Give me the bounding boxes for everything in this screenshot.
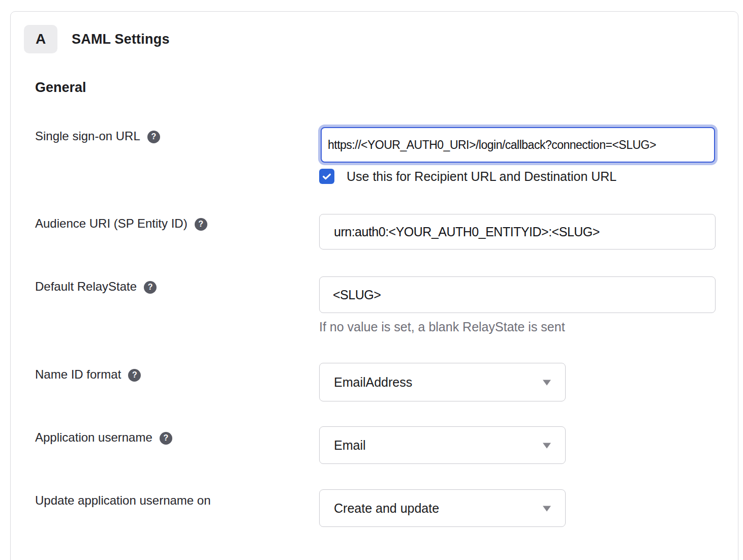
application-username-label-row: Application username ?: [35, 430, 172, 445]
help-icon[interactable]: ?: [160, 432, 172, 445]
name-id-format-value: EmailAddress: [334, 375, 412, 390]
help-icon[interactable]: ?: [147, 131, 160, 143]
name-id-format-label-row: Name ID format ?: [35, 367, 141, 382]
card-header: A SAML Settings: [24, 25, 170, 53]
audience-uri-label: Audience URI (SP Entity ID): [35, 216, 188, 231]
recipient-checkbox-label: Use this for Recipient URL and Destinati…: [347, 169, 616, 184]
chevron-down-icon: [543, 506, 551, 512]
section-heading-general: General: [35, 80, 86, 96]
help-icon[interactable]: ?: [144, 281, 157, 294]
relaystate-label: Default RelayState: [35, 279, 137, 294]
recipient-checkbox-row: Use this for Recipient URL and Destinati…: [319, 169, 616, 184]
name-id-format-label: Name ID format: [35, 367, 121, 382]
update-username-value: Create and update: [334, 501, 439, 516]
help-icon[interactable]: ?: [195, 218, 207, 231]
update-username-label-row: Update application username on: [35, 493, 211, 508]
audience-uri-label-row: Audience URI (SP Entity ID) ?: [35, 216, 207, 231]
recipient-checkbox[interactable]: [319, 169, 334, 184]
chevron-down-icon: [543, 380, 551, 386]
relaystate-helper-text: If no value is set, a blank RelayState i…: [319, 320, 565, 334]
help-icon[interactable]: ?: [128, 369, 141, 382]
application-username-value: Email: [334, 438, 366, 453]
sso-url-label-row: Single sign-on URL ?: [35, 129, 160, 143]
audience-uri-input[interactable]: [319, 214, 716, 250]
page-title: SAML Settings: [72, 32, 170, 47]
relaystate-input[interactable]: [319, 276, 716, 313]
sso-url-label: Single sign-on URL: [35, 129, 140, 143]
update-username-label: Update application username on: [35, 493, 211, 508]
application-username-select[interactable]: Email: [319, 426, 566, 464]
update-username-select[interactable]: Create and update: [319, 489, 566, 527]
step-badge: A: [24, 25, 57, 53]
name-id-format-select[interactable]: EmailAddress: [319, 363, 566, 401]
chevron-down-icon: [543, 443, 551, 449]
sso-url-input[interactable]: [321, 127, 715, 163]
checkmark-icon: [321, 171, 332, 182]
relaystate-label-row: Default RelayState ?: [35, 279, 157, 294]
application-username-label: Application username: [35, 430, 152, 445]
saml-settings-card: A SAML Settings General Single sign-on U…: [10, 11, 738, 560]
